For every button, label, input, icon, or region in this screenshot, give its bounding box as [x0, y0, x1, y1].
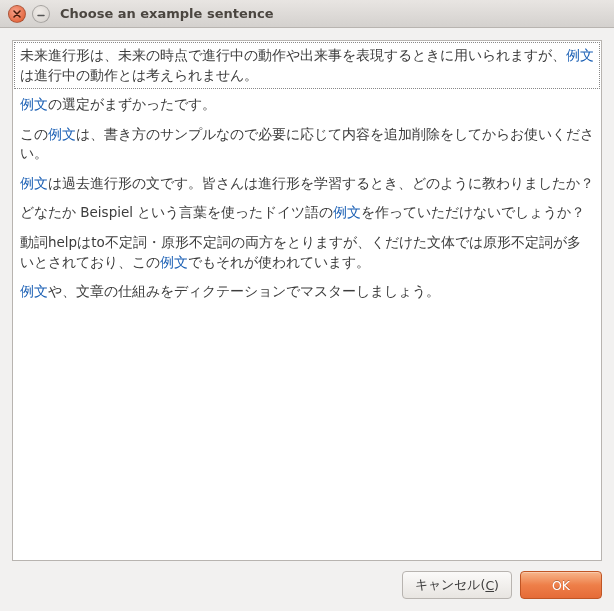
highlighted-word: 例文	[566, 47, 594, 63]
highlighted-word: 例文	[20, 175, 48, 191]
highlighted-word: 例文	[20, 96, 48, 112]
highlighted-word: 例文	[48, 126, 76, 142]
list-item[interactable]: どなたか Beispiel という言葉を使ったドイツ語の例文を作っていただけない…	[13, 198, 601, 228]
list-item[interactable]: 動詞helpはto不定詞・原形不定詞の両方をとりますが、くだけた文体では原形不定…	[13, 228, 601, 277]
window-title: Choose an example sentence	[60, 6, 274, 21]
window-controls	[8, 5, 50, 23]
sentence-text: は、書き方のサンプルなので必要に応じて内容を追加削除をしてからお使いください。	[20, 126, 594, 162]
button-bar: キャンセル(C) OK	[12, 561, 602, 599]
close-button[interactable]	[8, 5, 26, 23]
list-item[interactable]: この例文は、書き方のサンプルなので必要に応じて内容を追加削除をしてからお使いくだ…	[13, 120, 601, 169]
sentence-text: は進行中の動作とは考えられません。	[20, 67, 258, 83]
cancel-suffix: )	[494, 578, 499, 593]
sentence-text: 未来進行形は、未来の時点で進行中の動作や出来事を表現するときに用いられますが、	[20, 47, 566, 63]
cancel-label: キャンセル(	[415, 577, 485, 594]
content-area: 未来進行形は、未来の時点で進行中の動作や出来事を表現するときに用いられますが、例…	[0, 28, 614, 611]
sentence-text: でもそれが使われています。	[188, 254, 370, 270]
sentence-text: の選定がまずかったです。	[48, 96, 216, 112]
ok-button[interactable]: OK	[520, 571, 602, 599]
sentence-text: は過去進行形の文です。皆さんは進行形を学習するとき、どのように教わりましたか？	[48, 175, 594, 191]
minimize-icon	[37, 10, 45, 18]
titlebar: Choose an example sentence	[0, 0, 614, 28]
list-item[interactable]: 例文は過去進行形の文です。皆さんは進行形を学習するとき、どのように教わりましたか…	[13, 169, 601, 199]
highlighted-word: 例文	[333, 204, 361, 220]
sentence-list[interactable]: 未来進行形は、未来の時点で進行中の動作や出来事を表現するときに用いられますが、例…	[12, 40, 602, 561]
cancel-button[interactable]: キャンセル(C)	[402, 571, 512, 599]
highlighted-word: 例文	[160, 254, 188, 270]
list-item[interactable]: 例文の選定がまずかったです。	[13, 90, 601, 120]
sentence-text: や、文章の仕組みをディクテーションでマスターしましょう。	[48, 283, 440, 299]
highlighted-word: 例文	[20, 283, 48, 299]
close-icon	[13, 10, 21, 18]
cancel-mnemonic: C	[485, 578, 494, 593]
sentence-text: を作っていただけないでしょうか？	[361, 204, 585, 220]
list-item[interactable]: 未来進行形は、未来の時点で進行中の動作や出来事を表現するときに用いられますが、例…	[13, 41, 601, 90]
minimize-button[interactable]	[32, 5, 50, 23]
ok-label: OK	[552, 578, 570, 593]
sentence-text: どなたか Beispiel という言葉を使ったドイツ語の	[20, 204, 333, 220]
list-item[interactable]: 例文や、文章の仕組みをディクテーションでマスターしましょう。	[13, 277, 601, 307]
sentence-text: この	[20, 126, 48, 142]
